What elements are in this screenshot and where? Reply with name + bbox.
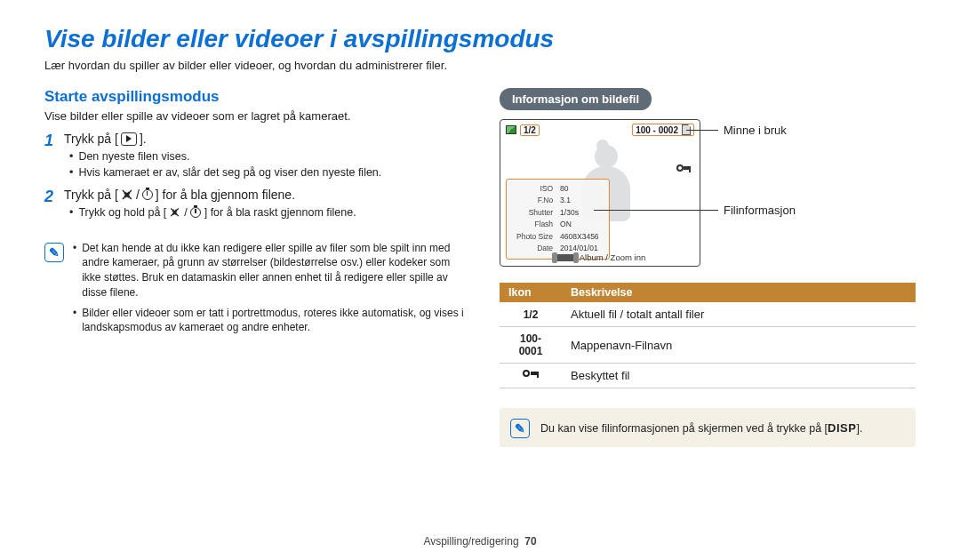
step-1-text-b: ]. <box>140 132 147 146</box>
callout-line <box>686 130 718 131</box>
disp-button-label: DISP <box>828 421 856 435</box>
flash-icon: ⯍ <box>121 188 133 202</box>
info-pill: Informasjon om bildefil <box>500 88 652 110</box>
step-1-bullet: Den nyeste filen vises. <box>69 149 469 165</box>
note-item: Det kan hende at du ikke kan redigere el… <box>73 241 466 300</box>
step-2: 2 Trykk på [ ⯍ / ] for å bla gjennom fil… <box>44 188 469 221</box>
file-info-panel: ISO80F.No3.1Shutter1/30sFlashONPhoto Siz… <box>506 179 610 260</box>
note-icon: ✎ <box>510 419 530 438</box>
note-item: Bilder eller videoer som er tatt i portr… <box>73 306 466 336</box>
right-column: Informasjon om bildefil 1/2 100 - 0002 <box>500 88 916 447</box>
note-box: ✎ Det kan hende at du ikke kan redigere … <box>44 234 469 345</box>
step-1: 1 Trykk på [ ]. Den nyeste filen vises. … <box>44 132 469 180</box>
table-header-icon: Ikon <box>500 283 562 302</box>
table-row: 1/2Aktuell fil / totalt antall filer <box>500 302 916 327</box>
callout-fileinfo: Filinformasjon <box>724 204 796 217</box>
step-number: 2 <box>44 188 64 221</box>
callout-line <box>594 210 718 211</box>
zoom-lever-icon <box>555 254 576 261</box>
page-subtitle: Lær hvordan du spiller av bilder eller v… <box>44 59 916 72</box>
tip-box: ✎ Du kan vise filinformasjonen på skjerm… <box>500 408 916 447</box>
step-2-bullet: Trykk og hold på [ ⯍ / ] for å bla raskt… <box>69 205 469 221</box>
tip-text-b: ]. <box>856 422 862 435</box>
timer-icon <box>142 189 153 200</box>
step-2-slash: / <box>136 188 140 202</box>
lock-key-icon <box>676 163 691 175</box>
callout-memory: Minne i bruk <box>724 124 787 137</box>
lock-key-icon <box>523 369 539 380</box>
step-2-text-b: ] for å bla gjennom filene. <box>156 188 295 202</box>
screen-bottom-hint: Album / Zoom inn <box>500 252 700 262</box>
section-heading: Starte avspillingsmodus <box>44 88 469 106</box>
step-1-text-a: Trykk på [ <box>64 132 118 146</box>
step-2-text-a: Trykk på [ <box>64 188 118 202</box>
camera-screen: 1/2 100 - 0002 ISO80F.No3.1Shutter1/30sF… <box>500 119 700 267</box>
icon-description-table: Ikon Beskrivelse 1/2Aktuell fil / totalt… <box>500 283 916 388</box>
page-title: Vise bilder eller videoer i avspillingsm… <box>44 25 916 53</box>
play-button-icon <box>121 132 137 146</box>
table-header-desc: Beskrivelse <box>562 283 916 302</box>
step-1-bullet: Hvis kameraet er av, slår det seg på og … <box>69 165 469 181</box>
tip-text-a: Du kan vise filinformasjonen på skjermen… <box>540 422 828 435</box>
table-row: 100-0001Mappenavn-Filnavn <box>500 327 916 364</box>
left-column: Starte avspillingsmodus Vise bilder elle… <box>44 88 469 447</box>
thumbnail-icon <box>506 125 516 134</box>
step-number: 1 <box>44 132 64 180</box>
note-icon: ✎ <box>44 243 64 262</box>
flash-icon: ⯍ <box>170 206 181 219</box>
file-count-badge: 1/2 <box>520 124 540 136</box>
section-intro: Vise bilder eller spille av videoer som … <box>44 109 469 123</box>
page-footer: Avspilling/redigering 70 <box>0 535 960 548</box>
screen-diagram: 1/2 100 - 0002 ISO80F.No3.1Shutter1/30sF… <box>500 119 916 274</box>
step-1-text: Trykk på [ ]. <box>64 132 469 146</box>
step-2-text: Trykk på [ ⯍ / ] for å bla gjennom filen… <box>64 188 469 202</box>
table-row: Beskyttet fil <box>500 364 916 388</box>
folder-badge: 100 - 0002 <box>632 124 694 136</box>
timer-icon <box>190 207 201 218</box>
